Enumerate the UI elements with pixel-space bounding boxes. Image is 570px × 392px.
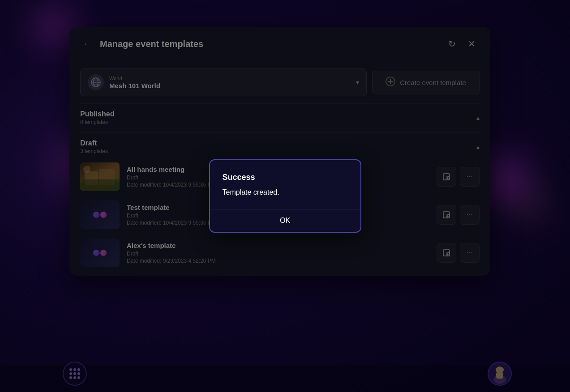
success-modal: Success Template created. OK: [209, 159, 361, 233]
modal-message: Template created.: [223, 188, 348, 196]
modal-title: Success: [223, 173, 348, 182]
modal-overlay: Success Template created. OK: [0, 0, 570, 392]
modal-ok-button[interactable]: OK: [210, 209, 360, 232]
